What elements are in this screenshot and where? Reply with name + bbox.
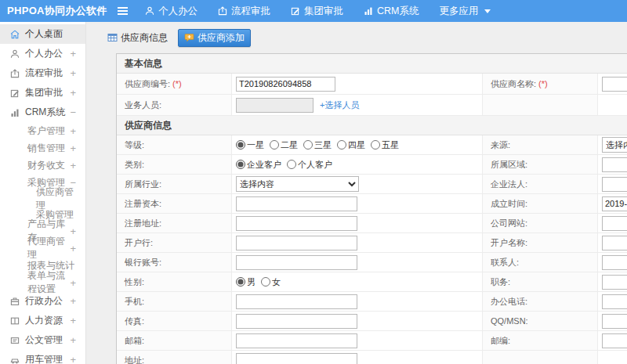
briefcase-icon: [10, 297, 20, 306]
topnav-item-0[interactable]: 个人办公: [135, 0, 208, 22]
text-input[interactable]: [602, 157, 627, 172]
field-label-cell: 注册地址:: [117, 214, 232, 232]
sidebar-item-5[interactable]: 客户管理+: [0, 122, 85, 139]
expand-toggle-icon[interactable]: +: [70, 87, 78, 99]
text-input[interactable]: [602, 177, 627, 192]
sidebar-item-9[interactable]: 供应商管理: [0, 191, 85, 207]
text-input[interactable]: [236, 314, 357, 329]
select-input[interactable]: 选择内容: [236, 176, 359, 192]
text-input[interactable]: [236, 196, 357, 211]
text-input[interactable]: [602, 294, 627, 309]
text-input[interactable]: [602, 255, 627, 270]
radio-option[interactable]: 企业客户: [236, 159, 281, 171]
field-cell: [598, 175, 627, 193]
select-input[interactable]: 选择内容: [602, 137, 627, 153]
sidebar-item-label: 个人桌面: [25, 27, 63, 41]
text-input[interactable]: [236, 333, 357, 348]
field-label: 职务:: [491, 276, 510, 288]
expand-toggle-icon[interactable]: +: [70, 243, 78, 254]
sidebar-item-label: 销售管理: [27, 142, 65, 155]
form-row: 地址:: [117, 351, 627, 364]
radio-option[interactable]: 二星: [270, 139, 298, 151]
radio-input[interactable]: [236, 140, 245, 150]
section-header: 基本信息: [117, 54, 627, 74]
expand-toggle-icon[interactable]: +: [70, 142, 78, 154]
text-input[interactable]: [236, 236, 357, 250]
sidebar-item-1[interactable]: 个人办公+: [0, 44, 85, 63]
radio-option[interactable]: 男: [236, 276, 256, 288]
required-marker: (*): [538, 79, 548, 88]
radio-input[interactable]: [261, 277, 270, 287]
topnav-item-label: 集团审批: [304, 5, 343, 18]
field-label: 所属行业:: [125, 178, 161, 190]
topnav-item-1[interactable]: 流程审批: [208, 0, 281, 22]
sidebar-item-3[interactable]: 集团审批+: [0, 83, 85, 103]
field-label-cell: 邮编:: [483, 331, 598, 350]
sidebar-item-4[interactable]: CRM系统−: [0, 103, 85, 122]
topnav-item-3[interactable]: CRM系统: [353, 0, 429, 22]
text-input[interactable]: [236, 294, 357, 309]
expand-toggle-icon[interactable]: +: [70, 354, 78, 364]
topnav-item-4[interactable]: 更多应用: [429, 0, 501, 22]
radio-option[interactable]: 一星: [236, 139, 264, 151]
tab-1[interactable]: 供应商添加: [178, 29, 251, 47]
expand-toggle-icon[interactable]: +: [70, 277, 78, 289]
field-label: QQ/MSN:: [491, 316, 528, 326]
radio-input[interactable]: [287, 160, 296, 169]
field-label: 银行账号:: [125, 257, 161, 268]
tab-0[interactable]: 供应商信息: [104, 30, 171, 46]
radio-input[interactable]: [270, 140, 279, 150]
sidebar-item-15[interactable]: 行政办公+: [0, 291, 85, 311]
sidebar-item-12[interactable]: 代理商管理+: [0, 240, 85, 257]
expand-toggle-icon[interactable]: −: [70, 106, 78, 118]
sidebar-item-2[interactable]: 流程审批+: [0, 63, 85, 83]
sidebar-item-0[interactable]: 个人桌面: [0, 24, 85, 44]
text-input[interactable]: [602, 77, 627, 92]
text-input[interactable]: [602, 216, 627, 231]
top-nav: 个人办公流程审批集团审批CRM系统更多应用: [135, 0, 501, 22]
radio-option[interactable]: 女: [261, 276, 281, 288]
pick-person-link[interactable]: +选择人员: [320, 99, 359, 111]
text-input[interactable]: [602, 196, 627, 211]
sidebar-item-7[interactable]: 财务收支+: [0, 157, 85, 174]
radio-option[interactable]: 四星: [337, 139, 365, 151]
expand-toggle-icon[interactable]: +: [70, 295, 78, 307]
radio-input[interactable]: [371, 140, 380, 150]
text-input[interactable]: [236, 353, 357, 364]
radio-option[interactable]: 个人客户: [287, 159, 332, 171]
expand-toggle-icon[interactable]: +: [70, 48, 78, 59]
expand-toggle-icon[interactable]: +: [70, 125, 78, 137]
sidebar-item-18[interactable]: 用车管理+: [0, 350, 85, 364]
sidebar-item-14[interactable]: 表单与流程设置+: [0, 274, 85, 291]
expand-toggle-icon[interactable]: +: [70, 160, 78, 171]
text-input[interactable]: [236, 98, 314, 113]
menu-toggle-icon[interactable]: [110, 0, 135, 22]
text-input[interactable]: [602, 314, 627, 329]
text-input[interactable]: [602, 236, 627, 250]
expand-toggle-icon[interactable]: +: [70, 334, 78, 346]
text-input[interactable]: [236, 255, 357, 270]
text-input[interactable]: [236, 77, 335, 92]
form-row: 业务人员:+选择人员: [117, 95, 627, 116]
field-cell: 企业客户个人客户: [232, 155, 483, 174]
field-cell: [232, 331, 483, 350]
text-input[interactable]: [602, 333, 627, 348]
sidebar-item-6[interactable]: 销售管理+: [0, 139, 85, 157]
text-input[interactable]: [236, 216, 357, 231]
sidebar-item-16[interactable]: 人力资源+: [0, 311, 85, 330]
form-row: 性别:男女职务:: [117, 272, 627, 292]
text-input[interactable]: [602, 275, 627, 290]
expand-toggle-icon[interactable]: +: [70, 315, 78, 326]
radio-option[interactable]: 三星: [303, 139, 332, 151]
radio-label: 男: [247, 276, 256, 288]
topnav-item-2[interactable]: 集团审批: [281, 0, 353, 22]
sidebar-item-17[interactable]: 公文管理+: [0, 330, 85, 350]
radio-input[interactable]: [303, 140, 313, 150]
radio-option[interactable]: 五星: [371, 139, 399, 151]
radio-input[interactable]: [337, 140, 346, 150]
radio-input[interactable]: [236, 277, 245, 287]
expand-toggle-icon[interactable]: +: [70, 225, 78, 237]
expand-toggle-icon[interactable]: +: [70, 67, 78, 79]
sidebar-item-label: 流程审批: [25, 67, 63, 80]
radio-input[interactable]: [236, 160, 245, 169]
